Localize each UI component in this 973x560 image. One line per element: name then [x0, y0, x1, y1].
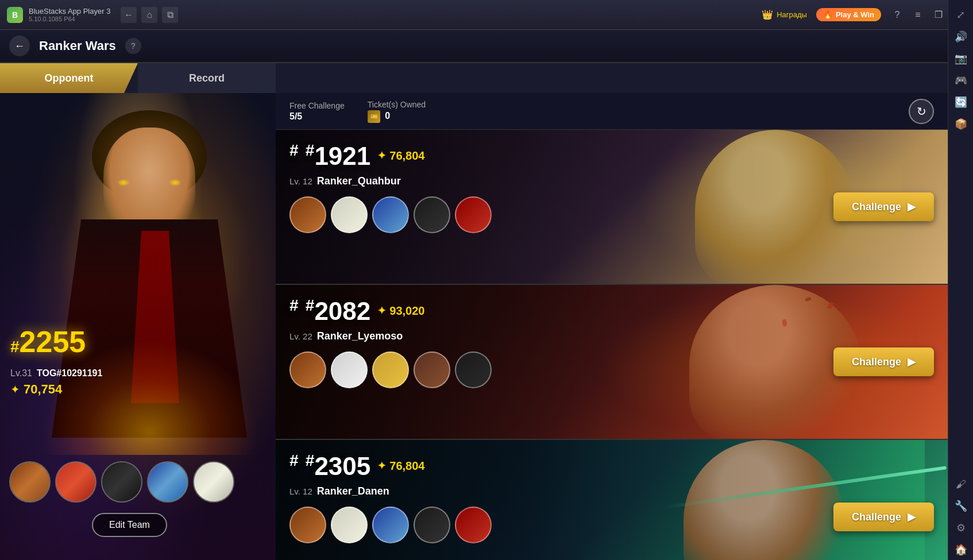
sidebar-gamepad-icon[interactable]: 🎮: [951, 70, 971, 91]
opponent-card-1: #1921 ✦ 76,804 Lv. 12 Ranker_Quahbur: [276, 130, 948, 285]
opp2-level: Lv. 22: [289, 331, 312, 341]
star-icon-opp1: ✦: [377, 149, 386, 162]
play-win-label: Play & Win: [836, 10, 874, 19]
character-art: [23, 93, 253, 455]
sidebar-settings-icon[interactable]: ⚙: [951, 517, 971, 538]
challenge-button-3[interactable]: Challenge ▶: [833, 503, 934, 531]
play-win-button[interactable]: 🔥 Play & Win: [816, 8, 881, 21]
crown-icon: 👑: [762, 9, 773, 20]
opp1-stars: ✦ 76,804: [377, 149, 424, 163]
opp1-name: Ranker_Quahbur: [317, 175, 401, 187]
player-avatar-4: [147, 461, 188, 503]
main-content: #2255 Lv.31 TOG#10291191 ✦ 70,754: [0, 93, 948, 560]
opp1-rank-hash: #: [306, 141, 315, 159]
char-eye-left: [118, 179, 129, 186]
back-nav-button[interactable]: ←: [121, 7, 137, 23]
refresh-button[interactable]: ↻: [909, 99, 934, 124]
copy-nav-button[interactable]: ⧉: [162, 7, 178, 23]
reward-label: Награды: [777, 10, 807, 19]
opp1-avatar-1: [289, 196, 326, 233]
player-team: [9, 461, 234, 503]
player-level-row: Lv.31 TOG#10291191: [10, 368, 102, 379]
menu-icon[interactable]: ≡: [911, 8, 925, 22]
opp1-avatar-4: [414, 196, 450, 233]
opp3-avatar-4: [414, 507, 450, 543]
edit-team-button[interactable]: Edit Team: [92, 513, 167, 537]
home-nav-button[interactable]: ⌂: [141, 7, 157, 23]
opp1-avatar-3: [372, 196, 409, 233]
sidebar-sync-icon[interactable]: 🔄: [951, 92, 971, 113]
player-name: TOG#10291191: [37, 368, 102, 379]
opp2-name: Ranker_Lyemoso: [317, 330, 403, 342]
opp3-content: #2305 ✦ 76,804 Lv. 12 Ranker_Danen: [276, 440, 948, 560]
challenge-arrow-3: ▶: [908, 511, 916, 523]
opponents-list: #1921 ✦ 76,804 Lv. 12 Ranker_Quahbur: [276, 130, 948, 560]
opp3-avatar-1: [289, 507, 326, 543]
opp3-stars: ✦ 76,804: [377, 459, 424, 473]
opp2-avatar-1: [289, 352, 326, 388]
tabs-bar: Opponent Record: [0, 63, 276, 93]
sidebar-tools-icon[interactable]: 🔧: [951, 496, 971, 516]
opp3-rank-hash: #: [306, 451, 315, 469]
reward-button[interactable]: 👑 Награды: [762, 9, 807, 20]
tickets-value: 🎫 0: [368, 110, 426, 123]
challenge-arrow-2: ▶: [908, 356, 916, 368]
sidebar-brush-icon[interactable]: 🖌: [951, 474, 971, 495]
star-icon-opp2: ✦: [377, 304, 386, 317]
sidebar-screenshot-icon[interactable]: 📷: [951, 48, 971, 69]
player-avatar-1: [9, 461, 51, 503]
opp2-avatar-4: [414, 352, 450, 388]
opp2-avatar-5: [455, 352, 492, 388]
avatar-inner-4: [148, 462, 187, 501]
opp3-avatar-5: [455, 507, 492, 543]
sidebar-apk-icon[interactable]: 📦: [951, 114, 971, 134]
char-eye-right: [169, 179, 181, 186]
game-header: ← Ranker Wars ?: [0, 30, 950, 63]
app-version: 5.10.0.1085 P64: [29, 16, 110, 22]
tab-record[interactable]: Record: [138, 63, 276, 93]
player-rank: 2255: [20, 325, 86, 358]
sidebar-volume-icon[interactable]: 🔊: [951, 26, 971, 47]
challenge-button-2[interactable]: Challenge ▶: [833, 347, 934, 376]
player-level: Lv.31: [10, 368, 32, 379]
opp3-avatar-3: [372, 507, 409, 543]
sidebar-expand-icon[interactable]: ⤢: [951, 5, 971, 25]
help-icon[interactable]: ?: [890, 8, 904, 22]
rank-hash: #: [10, 338, 20, 356]
tab-opponent[interactable]: Opponent: [0, 63, 138, 93]
tickets-label: Ticket(s) Owned: [368, 100, 426, 109]
opp2-rank: #2082: [289, 296, 370, 326]
challenge-info-bar: Free Challenge 5/5 Ticket(s) Owned 🎫 0 ↻: [276, 93, 948, 130]
opp1-level: Lv. 12: [289, 176, 312, 186]
game-back-button[interactable]: ←: [9, 36, 30, 56]
player-rank-container: #2255: [10, 325, 86, 359]
tickets-stat: Ticket(s) Owned 🎫 0: [368, 100, 426, 123]
opp1-avatar-2: [331, 196, 368, 233]
opponent-card-3: #2305 ✦ 76,804 Lv. 12 Ranker_Danen: [276, 440, 948, 560]
opp1-avatar-5: [455, 196, 492, 233]
opponent-card-2: #2082 ✦ 93,020 Lv. 22 Ranker_Lyemoso: [276, 285, 948, 440]
avatar-inner-1: [10, 462, 49, 501]
flame-icon: 🔥: [823, 10, 832, 19]
player-avatar-3: [101, 461, 142, 503]
bluestacks-logo: B: [7, 7, 23, 23]
restore-icon[interactable]: ❐: [932, 8, 945, 22]
opp3-level-row: Lv. 12 Ranker_Danen: [289, 485, 934, 497]
star-icon-opp3: ✦: [377, 459, 386, 472]
titlebar: B BlueStacks App Player 3 5.10.0.1085 P6…: [0, 0, 973, 30]
ticket-icon: 🎫: [368, 110, 380, 123]
sidebar-home-icon[interactable]: 🏠: [951, 539, 971, 560]
free-challenge-value: 5/5: [289, 111, 345, 122]
opp3-avatar-2: [331, 507, 368, 543]
right-panel: Free Challenge 5/5 Ticket(s) Owned 🎫 0 ↻: [276, 93, 948, 560]
game-help-button[interactable]: ?: [125, 38, 141, 54]
titlebar-right: 👑 Награды 🔥 Play & Win ? ≡ ❐ ✕: [762, 8, 966, 22]
free-challenge-stat: Free Challenge 5/5: [289, 101, 345, 122]
star-icon: ✦: [10, 383, 20, 396]
challenge-button-1[interactable]: Challenge ▶: [833, 192, 934, 221]
titlebar-nav: ← ⌂ ⧉: [121, 7, 178, 23]
avatar-inner-2: [56, 462, 95, 501]
player-stars-row: ✦ 70,754: [10, 382, 62, 397]
opp3-level: Lv. 12: [289, 486, 312, 496]
avatar-inner-5: [194, 462, 233, 501]
